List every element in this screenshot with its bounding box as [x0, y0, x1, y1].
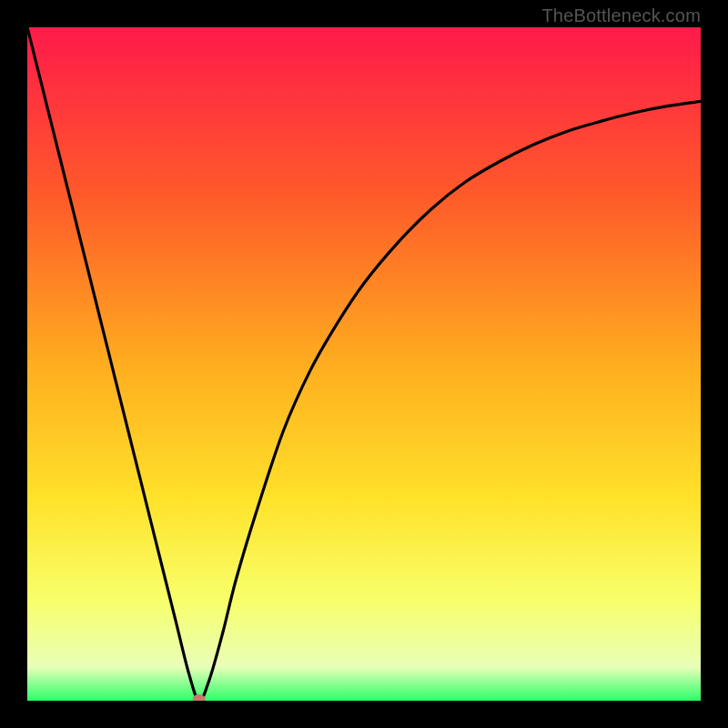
chart-svg — [27, 27, 701, 701]
plot-area — [27, 27, 701, 701]
attribution-text: TheBottleneck.com — [541, 5, 701, 26]
chart-frame: TheBottleneck.com — [0, 0, 728, 728]
gradient-background — [27, 27, 701, 701]
